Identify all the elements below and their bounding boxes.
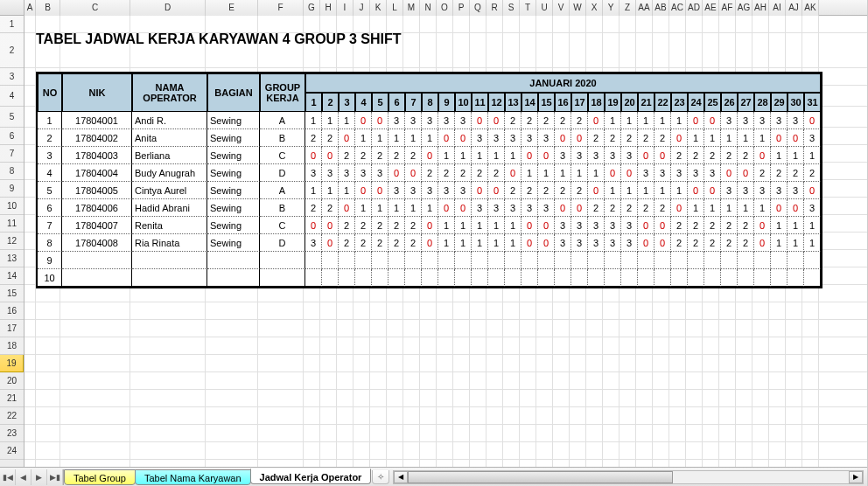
col-header-E[interactable]: E — [206, 0, 258, 16]
cell[interactable]: 17804006 — [62, 199, 132, 217]
shift-cell[interactable]: 0 — [505, 164, 522, 182]
col-header-O[interactable]: O — [437, 0, 453, 16]
shift-cell[interactable]: 3 — [422, 112, 438, 129]
shift-cell[interactable] — [721, 269, 738, 287]
shift-cell[interactable]: 2 — [804, 164, 821, 182]
shift-cell[interactable]: 2 — [339, 217, 355, 234]
cell[interactable]: 17804008 — [62, 234, 132, 252]
shift-cell[interactable]: 2 — [322, 129, 339, 147]
shift-cell[interactable]: 1 — [322, 182, 339, 199]
shift-cell[interactable]: 1 — [638, 182, 654, 199]
shift-cell[interactable] — [505, 269, 522, 287]
shift-cell[interactable] — [771, 269, 788, 287]
col-header-W[interactable]: W — [570, 0, 586, 16]
shift-cell[interactable]: 1 — [472, 217, 488, 234]
col-header-A[interactable]: A — [24, 0, 36, 16]
shift-cell[interactable]: 0 — [654, 234, 671, 252]
row-header-7[interactable]: 7 — [0, 145, 24, 163]
shift-cell[interactable]: 2 — [505, 182, 522, 199]
shift-cell[interactable]: 2 — [305, 199, 322, 217]
shift-cell[interactable]: 3 — [771, 112, 788, 129]
shift-cell[interactable]: 2 — [372, 217, 388, 234]
shift-cell[interactable]: 2 — [488, 164, 505, 182]
shift-cell[interactable]: 3 — [555, 234, 571, 252]
shift-cell[interactable] — [438, 269, 455, 287]
shift-cell[interactable] — [654, 252, 671, 269]
cell[interactable]: 9 — [38, 252, 62, 269]
shift-cell[interactable]: 0 — [422, 217, 438, 234]
shift-cell[interactable]: 0 — [754, 234, 771, 252]
shift-cell[interactable]: 0 — [688, 182, 704, 199]
cell[interactable]: 4 — [38, 164, 62, 182]
row-header-13[interactable]: 13 — [0, 250, 24, 267]
shift-cell[interactable] — [488, 269, 505, 287]
shift-cell[interactable]: 1 — [688, 199, 704, 217]
shift-cell[interactable]: 2 — [621, 129, 638, 147]
shift-cell[interactable]: 1 — [671, 112, 688, 129]
shift-cell[interactable]: 2 — [721, 217, 738, 234]
shift-cell[interactable]: 0 — [654, 217, 671, 234]
shift-cell[interactable]: 2 — [555, 182, 571, 199]
shift-cell[interactable]: 1 — [571, 164, 588, 182]
shift-cell[interactable]: 0 — [438, 129, 455, 147]
shift-cell[interactable]: 3 — [322, 164, 339, 182]
shift-cell[interactable]: 0 — [788, 129, 804, 147]
shift-cell[interactable]: 2 — [738, 217, 754, 234]
shift-cell[interactable] — [472, 269, 488, 287]
shift-cell[interactable]: 2 — [771, 164, 788, 182]
shift-cell[interactable]: 3 — [455, 182, 472, 199]
shift-cell[interactable]: 0 — [621, 164, 638, 182]
shift-cell[interactable] — [422, 252, 438, 269]
shift-cell[interactable]: 3 — [754, 182, 771, 199]
shift-cell[interactable]: 0 — [654, 147, 671, 164]
shift-cell[interactable]: 3 — [488, 129, 505, 147]
shift-cell[interactable]: 2 — [704, 217, 721, 234]
shift-cell[interactable] — [588, 252, 605, 269]
row-header-19[interactable]: 19 — [0, 355, 24, 372]
cell[interactable]: 17804004 — [62, 164, 132, 182]
col-header-X[interactable]: X — [586, 0, 603, 16]
cell[interactable]: 5 — [38, 182, 62, 199]
shift-cell[interactable]: 3 — [438, 112, 455, 129]
shift-cell[interactable]: 0 — [422, 147, 438, 164]
shift-cell[interactable]: 2 — [322, 199, 339, 217]
cell[interactable]: D — [260, 234, 305, 252]
shift-cell[interactable]: 0 — [322, 234, 339, 252]
shift-cell[interactable]: 1 — [472, 234, 488, 252]
shift-cell[interactable]: 2 — [339, 147, 355, 164]
cell[interactable] — [62, 252, 132, 269]
shift-cell[interactable]: 2 — [372, 234, 388, 252]
shift-cell[interactable]: 3 — [804, 129, 821, 147]
shift-cell[interactable]: 0 — [372, 182, 388, 199]
cell[interactable]: 17804001 — [62, 112, 132, 129]
shift-cell[interactable]: 2 — [638, 129, 654, 147]
shift-cell[interactable]: 1 — [455, 147, 472, 164]
grid-cells[interactable]: TABEL JADWAL KERJA KARYAWAN 4 GROUP 3 SH… — [24, 16, 867, 467]
cell[interactable]: Budy Anugrah — [132, 164, 207, 182]
row-header-9[interactable]: 9 — [0, 180, 24, 198]
shift-cell[interactable]: 3 — [472, 199, 488, 217]
shift-cell[interactable]: 3 — [621, 234, 638, 252]
shift-cell[interactable]: 0 — [538, 217, 555, 234]
shift-cell[interactable]: 2 — [555, 112, 571, 129]
row-header-21[interactable]: 21 — [0, 390, 24, 407]
shift-cell[interactable]: 1 — [721, 199, 738, 217]
shift-cell[interactable]: 1 — [754, 129, 771, 147]
shift-cell[interactable]: 1 — [788, 217, 804, 234]
shift-cell[interactable] — [571, 269, 588, 287]
cell[interactable]: Sewing — [207, 199, 260, 217]
shift-cell[interactable]: 2 — [671, 234, 688, 252]
shift-cell[interactable] — [305, 252, 322, 269]
shift-cell[interactable]: 1 — [305, 112, 322, 129]
shift-cell[interactable]: 2 — [738, 234, 754, 252]
shift-cell[interactable] — [654, 269, 671, 287]
shift-cell[interactable]: 1 — [704, 129, 721, 147]
shift-cell[interactable] — [688, 269, 704, 287]
shift-cell[interactable]: 3 — [605, 147, 621, 164]
shift-cell[interactable]: 1 — [488, 234, 505, 252]
shift-cell[interactable]: 3 — [588, 147, 605, 164]
col-header-V[interactable]: V — [553, 0, 570, 16]
col-header-R[interactable]: R — [486, 0, 503, 16]
shift-cell[interactable]: 1 — [671, 182, 688, 199]
tab-tabel-nama-karyawan[interactable]: Tabel Nama Karyawan — [135, 469, 251, 485]
